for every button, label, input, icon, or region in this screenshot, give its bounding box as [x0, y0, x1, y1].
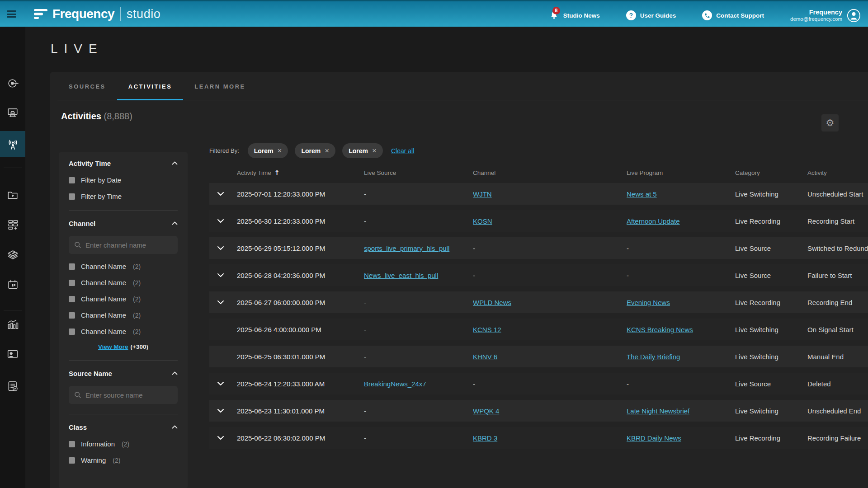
modules-add-icon[interactable]	[0, 213, 25, 235]
chevron-up-icon	[172, 425, 178, 429]
expand-row-icon[interactable]	[217, 219, 224, 223]
tab-bar: SOURCES ACTIVITIES LEARN MORE	[57, 72, 868, 100]
column-activity-time[interactable]: Activity Time↑	[237, 169, 364, 176]
filter-by-date-checkbox[interactable]: Filter by Date	[69, 176, 178, 184]
tab-sources[interactable]: SOURCES	[57, 72, 117, 100]
remove-chip-icon[interactable]: ×	[372, 147, 377, 155]
clear-all-link[interactable]: Clear all	[391, 147, 414, 155]
channel-link[interactable]: KBRD 3	[473, 434, 497, 442]
live-program-link[interactable]: The Daily Briefing	[627, 353, 680, 361]
category-cell: Live Recording	[735, 434, 807, 442]
activity-time-cell: 2025-06-24 12:20:33.000 AM	[237, 380, 364, 388]
frequency-logo-icon	[34, 9, 47, 19]
expand-row-icon[interactable]	[217, 273, 224, 277]
view-more-link[interactable]: View More	[98, 343, 128, 350]
category-cell: Live Source	[735, 380, 807, 388]
user-guides-button[interactable]: ? User Guides	[626, 10, 676, 20]
user-menu[interactable]: Frequency demo@frequency.com	[790, 9, 861, 23]
live-program-link[interactable]: KCNS Breaking News	[627, 326, 693, 333]
filter-section-activity-time[interactable]: Activity Time	[69, 159, 178, 168]
contact-support-button[interactable]: Contact Support	[702, 10, 764, 20]
target-record-icon[interactable]	[0, 72, 25, 94]
checkbox-icon	[69, 280, 75, 286]
channel-link[interactable]: WPLD News	[473, 299, 511, 306]
filter-by-time-checkbox[interactable]: Filter by Time	[69, 192, 178, 200]
filtered-by-bar: Filtered By: Lorem × Lorem × Lorem × Cle…	[209, 143, 414, 158]
checkbox-icon	[69, 263, 75, 270]
column-live-source: Live Source	[364, 169, 473, 176]
rail-divider	[4, 310, 22, 310]
settings-button[interactable]: ⚙	[821, 114, 839, 131]
expand-row-icon[interactable]	[217, 436, 224, 440]
expand-row-icon[interactable]	[217, 192, 224, 196]
expand-row-icon[interactable]	[217, 408, 224, 413]
class-warning-checkbox[interactable]: Warning (2)	[69, 456, 178, 464]
presenter-screen-icon[interactable]	[0, 343, 25, 366]
column-channel: Channel	[473, 169, 627, 176]
expand-row-icon[interactable]	[217, 381, 224, 386]
channel-checkbox[interactable]: Channel Name (2)	[69, 328, 178, 335]
filter-section-source-name[interactable]: Source Name	[69, 369, 178, 378]
tab-learn-more[interactable]: LEARN MORE	[183, 72, 256, 100]
channel-checkbox[interactable]: Channel Name (2)	[69, 279, 178, 286]
activity-cell: Recording Start	[807, 217, 868, 225]
table-row: 2025-06-22 06:30:02.000 PM - KBRD 3 KBRD…	[209, 427, 868, 449]
studio-news-label: Studio News	[563, 12, 600, 19]
source-search-input[interactable]	[85, 391, 172, 399]
hamburger-menu-icon[interactable]	[7, 9, 17, 19]
video-library-icon[interactable]	[0, 183, 25, 206]
expand-row-icon[interactable]	[217, 300, 224, 305]
gear-icon: ⚙	[826, 117, 835, 128]
activity-cell: Unscheduled Start	[807, 190, 868, 198]
table-row: 2025-06-25 06:30:01.000 PM - KHNV 6 The …	[209, 346, 868, 367]
live-program-link[interactable]: KBRD Daily News	[627, 434, 681, 442]
channel-checkbox[interactable]: Channel Name (2)	[69, 263, 178, 270]
live-broadcast-tower-icon[interactable]	[0, 131, 25, 157]
tasks-checklist-icon[interactable]	[0, 375, 25, 397]
expand-row-icon[interactable]	[217, 246, 224, 250]
activity-cell: Deleted	[807, 380, 868, 388]
channel-link[interactable]: KHNV 6	[473, 353, 497, 361]
channel-checkbox[interactable]: Channel Name (2)	[69, 295, 178, 303]
channel-checkbox[interactable]: Channel Name (2)	[69, 311, 178, 319]
live-source-link[interactable]: News_live_east_hls_pull	[364, 272, 438, 279]
live-source-cell: -	[364, 217, 366, 225]
live-source-cell: -	[364, 353, 366, 361]
source-search-field[interactable]	[69, 386, 178, 404]
category-cell: Live Switching	[735, 190, 807, 198]
tab-activities[interactable]: ACTIVITIES	[117, 72, 184, 100]
live-source-link[interactable]: BreakingNews_24x7	[364, 380, 426, 388]
class-information-checkbox[interactable]: Information (2)	[69, 440, 178, 448]
live-program-link[interactable]: News at 5	[627, 190, 657, 198]
channel-link[interactable]: WPQK 4	[473, 407, 499, 415]
live-program-link[interactable]: Late Night Newsbrief	[627, 407, 689, 415]
channel-search-field[interactable]	[69, 236, 178, 254]
studio-news-button[interactable]: 8 Studio News	[549, 10, 600, 21]
filter-section-class[interactable]: Class	[69, 422, 178, 432]
remove-chip-icon[interactable]: ×	[325, 147, 329, 155]
table-header: Activity Time↑ Live Source Channel Live …	[209, 167, 868, 178]
encoder-screen-icon[interactable]	[0, 101, 25, 124]
filter-section-channel[interactable]: Channel	[69, 219, 178, 228]
activity-time-cell: 2025-07-01 12:20:33.000 PM	[237, 190, 364, 198]
sort-ascending-icon: ↑	[274, 169, 280, 176]
remove-chip-icon[interactable]: ×	[278, 147, 282, 155]
channel-link[interactable]: WJTN	[473, 190, 492, 198]
user-name: Frequency	[790, 9, 842, 16]
search-icon	[74, 391, 81, 399]
channel-link[interactable]: KOSN	[473, 217, 492, 225]
activity-time-cell: 2025-06-22 06:30:02.000 PM	[237, 434, 364, 442]
app-header: Frequency studio 8 Studio News ? User Gu…	[0, 0, 868, 27]
channel-link[interactable]: KCNS 12	[473, 326, 501, 333]
checkbox-icon	[69, 457, 75, 464]
checkbox-icon	[69, 177, 75, 183]
playlist-layers-icon[interactable]	[0, 244, 25, 266]
live-source-link[interactable]: sports_live_primary_hls_pull	[364, 244, 449, 252]
logo-divider	[120, 7, 121, 21]
channel-search-input[interactable]	[85, 241, 172, 249]
table-row: 2025-06-24 12:20:33.000 AM BreakingNews_…	[209, 373, 868, 394]
schedule-calendar-icon[interactable]	[0, 273, 25, 296]
live-program-link[interactable]: Evening News	[627, 299, 670, 306]
live-program-link[interactable]: Afternoon Update	[627, 217, 680, 225]
analytics-chart-icon[interactable]	[0, 313, 25, 335]
